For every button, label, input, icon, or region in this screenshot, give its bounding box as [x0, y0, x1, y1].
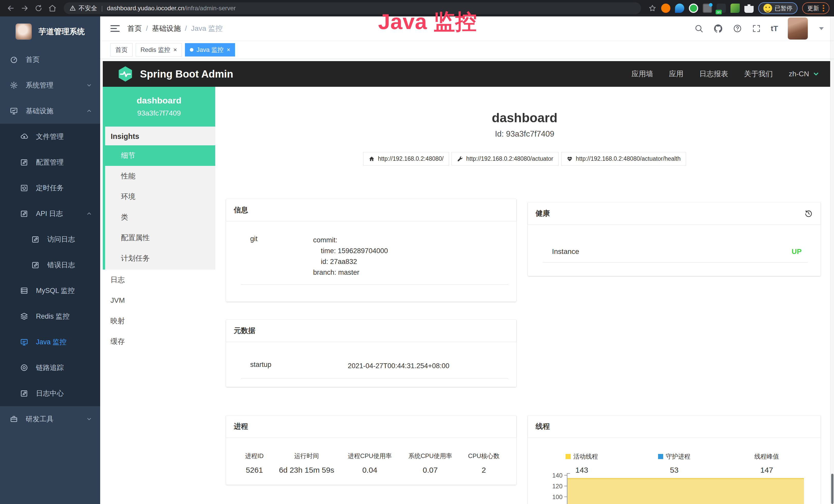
- help-icon[interactable]: [733, 24, 742, 33]
- sidebar-item-home[interactable]: 首页: [0, 47, 100, 72]
- metadata-startup-row: startup 2021-04-27T00:44:31.254+08:00: [241, 353, 508, 379]
- extension-icon-leaf[interactable]: [730, 4, 740, 13]
- sba-nav-about[interactable]: 关于我们: [744, 69, 773, 79]
- extension-icon-green-circle[interactable]: [689, 4, 698, 13]
- timer-icon: [20, 184, 28, 192]
- side-item-logs[interactable]: 日志: [103, 270, 215, 290]
- insights-section-title: Insights: [105, 127, 215, 145]
- font-size-icon[interactable]: tT: [771, 24, 778, 33]
- sidebar-item-redis-monitor[interactable]: Redis 监控: [0, 303, 100, 329]
- health-url-link[interactable]: http://192.168.0.2:48080/actuator/health: [561, 152, 686, 166]
- sidebar-item-dev-tools[interactable]: 研发工具: [0, 406, 100, 432]
- app-logo: [16, 23, 32, 40]
- browser-back-button[interactable]: [5, 2, 17, 15]
- bookmark-star-icon[interactable]: [648, 4, 657, 12]
- sidebar-item-access-log[interactable]: 访问日志: [0, 226, 100, 252]
- sidebar-item-java-monitor[interactable]: Java 监控: [0, 329, 100, 355]
- github-icon[interactable]: [713, 24, 723, 33]
- instance-details-main: dashboard Id: 93a3fc7f7409 http://192.16…: [215, 87, 834, 504]
- sidebar-item-tracing[interactable]: 链路追踪: [0, 355, 100, 381]
- extension-icon-proxy-on[interactable]: on: [717, 4, 726, 13]
- fullscreen-icon[interactable]: [752, 24, 761, 33]
- sba-nav-wallboard[interactable]: 应用墙: [632, 69, 653, 79]
- tab-redis-monitor[interactable]: Redis 监控 ×: [136, 43, 182, 56]
- metadata-key: startup: [250, 361, 348, 371]
- actuator-url-link[interactable]: http://192.168.0.2:48080/actuator: [452, 152, 559, 166]
- browser-profile-badge[interactable]: 已暂停: [758, 2, 797, 14]
- side-item-caches[interactable]: 缓存: [103, 331, 215, 352]
- y-tick-120: 120: [535, 483, 563, 490]
- chevron-down-icon: [86, 416, 92, 422]
- extensions-puzzle-icon[interactable]: [744, 4, 753, 13]
- y-tick-100: 100: [535, 494, 563, 501]
- breadcrumb-home[interactable]: 首页: [127, 24, 142, 33]
- warning-icon: [69, 5, 76, 12]
- browser-menu-icon[interactable]: [823, 5, 824, 12]
- briefcase-icon: [10, 415, 18, 423]
- sba-navbar: Spring Boot Admin 应用墙 应用 日志报表 关于我们 zh-CN: [103, 61, 834, 87]
- side-item-config-props[interactable]: 配置属性: [105, 228, 215, 248]
- side-item-classes[interactable]: 类: [105, 207, 215, 228]
- user-avatar[interactable]: [788, 18, 808, 40]
- info-git-row: git commit: time: 1596289704000 id: 27aa…: [241, 228, 508, 285]
- spring-boot-admin-frame: Spring Boot Admin 应用墙 应用 日志报表 关于我们 zh-CN: [103, 61, 834, 504]
- browser-forward-button[interactable]: [19, 2, 31, 15]
- sidebar-item-config-mgmt[interactable]: 配置管理: [0, 150, 100, 175]
- eye-icon: [20, 364, 28, 372]
- sidebar-item-scheduled-jobs[interactable]: 定时任务: [0, 175, 100, 201]
- tab-home[interactable]: 首页: [110, 43, 133, 56]
- close-icon[interactable]: ×: [226, 47, 230, 53]
- security-indicator[interactable]: 不安全: [69, 4, 97, 12]
- browser-reload-button[interactable]: [32, 2, 45, 15]
- sba-nav-journal[interactable]: 日志报表: [699, 69, 728, 79]
- side-item-metrics[interactable]: 性能: [105, 166, 215, 186]
- edit-icon: [20, 158, 28, 166]
- hamburger-icon[interactable]: [110, 25, 120, 32]
- side-item-details[interactable]: 细节: [105, 145, 215, 166]
- sidebar-item-log-center[interactable]: 日志中心: [0, 381, 100, 406]
- side-item-jvm[interactable]: JVM: [103, 290, 215, 311]
- instance-name: dashboard: [105, 95, 213, 106]
- extension-icon-orange[interactable]: [661, 4, 671, 13]
- user-menu-caret-icon[interactable]: [819, 27, 824, 30]
- extension-icon-grid[interactable]: [703, 4, 712, 13]
- address-bar[interactable]: 不安全 | dashboard.yudao.iocoder.cn /infra/…: [64, 2, 641, 14]
- sba-locale-select[interactable]: zh-CN: [789, 70, 820, 78]
- instance-header[interactable]: dashboard 93a3fc7f7409: [103, 87, 215, 127]
- sba-brand[interactable]: Spring Boot Admin: [117, 66, 233, 83]
- sba-nav-applications[interactable]: 应用: [669, 69, 683, 79]
- side-item-scheduled-tasks[interactable]: 计划任务: [105, 248, 215, 269]
- app-logo-row[interactable]: 芋道管理系统: [0, 17, 100, 47]
- browser-home-button[interactable]: [46, 2, 59, 15]
- sidebar-item-file-mgmt[interactable]: 文件管理: [0, 124, 100, 150]
- security-label: 不安全: [79, 4, 97, 12]
- daemon-threads-swatch: [658, 454, 663, 459]
- sidebar-item-api-log[interactable]: API 日志: [0, 201, 100, 226]
- log-icon: [20, 209, 28, 218]
- scrollbar-thumb[interactable]: [831, 474, 833, 504]
- search-icon[interactable]: [694, 24, 704, 33]
- close-icon[interactable]: ×: [173, 47, 177, 53]
- breadcrumb-infra[interactable]: 基础设施: [152, 24, 181, 33]
- tab-java-monitor[interactable]: Java 监控 ×: [185, 43, 235, 56]
- side-item-environment[interactable]: 环境: [105, 186, 215, 207]
- status-badge: UP: [792, 248, 802, 256]
- side-item-mappings[interactable]: 映射: [103, 311, 215, 331]
- metadata-card-title: 元数据: [234, 326, 255, 336]
- extension-icon-pin[interactable]: [675, 4, 684, 13]
- metadata-value: 2021-04-27T00:44:31.254+08:00: [348, 361, 505, 371]
- sidebar-item-mysql-monitor[interactable]: MySQL 监控: [0, 278, 100, 303]
- process-pid: 5261: [234, 466, 275, 475]
- history-icon[interactable]: [804, 209, 813, 218]
- page-scrollbar[interactable]: [830, 17, 834, 504]
- sidebar-item-error-log[interactable]: 错误日志: [0, 252, 100, 278]
- service-url-link[interactable]: http://192.168.0.2:48080/: [363, 152, 449, 166]
- sidebar-item-infra[interactable]: 基础设施: [0, 98, 100, 124]
- instance-links: http://192.168.0.2:48080/ http://192.168…: [215, 152, 834, 166]
- process-uptime: 6d 23h 15m 59s: [275, 466, 338, 475]
- breadcrumb: 首页 / 基础设施 / Java 监控: [127, 24, 223, 33]
- home-icon: [369, 156, 375, 162]
- sidebar-item-system[interactable]: 系统管理: [0, 72, 100, 98]
- browser-update-button[interactable]: 更新: [802, 2, 829, 14]
- gear-icon: [10, 81, 18, 89]
